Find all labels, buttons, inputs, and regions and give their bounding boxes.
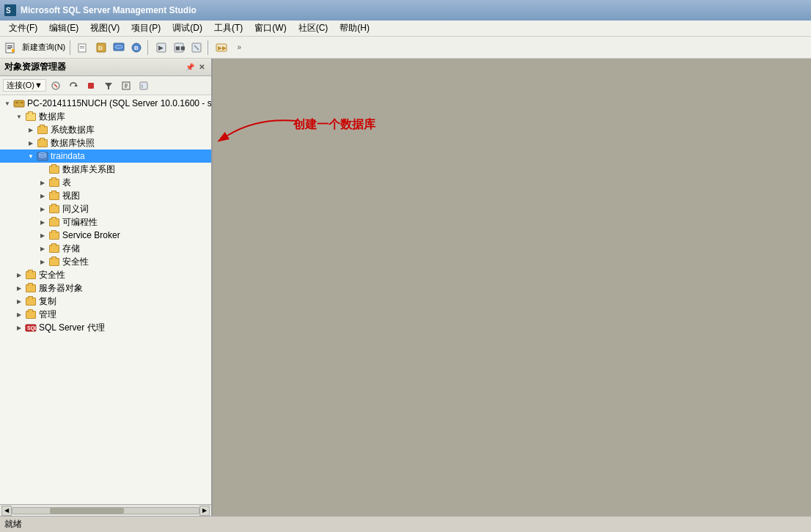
annotation-text: 创建一个数据库 bbox=[293, 117, 375, 133]
system-dbs-expander[interactable] bbox=[25, 124, 37, 136]
toolbar-btn-2[interactable]: D bbox=[93, 40, 109, 56]
databases-label: 数据库 bbox=[39, 111, 65, 123]
views-icon bbox=[48, 190, 60, 202]
menu-file[interactable]: 文件(F) bbox=[3, 21, 43, 36]
toolbar-btn-5[interactable]: ▶ bbox=[153, 40, 169, 56]
menu-help[interactable]: 帮助(H) bbox=[334, 21, 375, 36]
tree-item-traindata[interactable]: traindata bbox=[0, 149, 211, 163]
server-objects-expander[interactable] bbox=[13, 282, 25, 294]
menu-project[interactable]: 项目(P) bbox=[125, 21, 166, 36]
tree-item-db-diagrams[interactable]: 数据库关系图 bbox=[0, 163, 211, 176]
disconnect-button[interactable] bbox=[48, 78, 64, 94]
main-toolbar: 新建查询(N) D B ▶ ◼◼ bbox=[0, 37, 811, 59]
prog-icon bbox=[48, 216, 60, 228]
connect-button[interactable]: 连接(O)▼ bbox=[3, 79, 46, 92]
panel-toolbar: 连接(O)▼ bbox=[0, 76, 211, 95]
svg-rect-4 bbox=[7, 47, 12, 48]
stop-button[interactable] bbox=[83, 78, 99, 94]
toolbar-btn-6[interactable]: ◼◼ bbox=[171, 40, 187, 56]
summary-button[interactable] bbox=[118, 78, 134, 94]
tables-expander[interactable] bbox=[37, 177, 48, 188]
security-expander[interactable] bbox=[13, 269, 25, 281]
toolbar-btn-3[interactable] bbox=[111, 40, 127, 56]
svg-text:▶: ▶ bbox=[158, 44, 164, 51]
sql-agent-expander[interactable] bbox=[13, 322, 25, 333]
tree-item-databases[interactable]: 数据库 bbox=[0, 110, 211, 123]
filter-button[interactable] bbox=[100, 78, 117, 94]
management-expander[interactable] bbox=[13, 309, 25, 320]
system-dbs-icon bbox=[37, 124, 48, 136]
close-panel-button[interactable]: ✕ bbox=[197, 62, 207, 73]
menu-edit[interactable]: 编辑(E) bbox=[43, 21, 84, 36]
scrollbar-track[interactable] bbox=[12, 507, 199, 514]
menu-community[interactable]: 社区(C) bbox=[293, 21, 334, 36]
scroll-right[interactable]: ▶ bbox=[199, 506, 210, 516]
toolbar-btn-4[interactable]: B bbox=[128, 40, 144, 56]
menu-debug[interactable]: 调试(D) bbox=[166, 21, 208, 36]
menu-view[interactable]: 视图(V) bbox=[84, 21, 125, 36]
synonyms-expander[interactable] bbox=[37, 203, 48, 215]
broker-expander[interactable] bbox=[37, 229, 48, 241]
databases-expander[interactable] bbox=[13, 111, 25, 122]
scroll-left[interactable]: ◀ bbox=[1, 506, 12, 516]
refresh-button[interactable] bbox=[65, 78, 81, 94]
app-title: Microsoft SQL Server Management Studio bbox=[21, 5, 197, 15]
toolbar-chevron[interactable]: » bbox=[231, 40, 247, 56]
server-expander[interactable] bbox=[1, 97, 13, 109]
tree-item-db-snapshots[interactable]: 数据库快照 bbox=[0, 136, 211, 149]
svg-text:D: D bbox=[98, 45, 103, 51]
tree-item-programmability[interactable]: 可编程性 bbox=[0, 215, 211, 229]
prog-expander[interactable] bbox=[37, 216, 48, 228]
toolbar-separator-3 bbox=[208, 40, 210, 55]
security-icon bbox=[25, 269, 37, 281]
toolbar-btn-8[interactable]: ▶▶ bbox=[213, 40, 230, 56]
svg-rect-9 bbox=[80, 48, 84, 48]
tree-item-storage[interactable]: 存储 bbox=[0, 242, 211, 255]
storage-expander[interactable] bbox=[37, 243, 48, 254]
properties-button[interactable]: i bbox=[136, 78, 152, 94]
svg-rect-27 bbox=[88, 83, 94, 89]
annotation-arrow-svg bbox=[213, 110, 301, 154]
svg-rect-3 bbox=[7, 45, 12, 46]
traindata-icon bbox=[37, 150, 48, 162]
toolbar-btn-7[interactable] bbox=[188, 40, 205, 56]
panel-header-buttons: 📌 ✕ bbox=[185, 62, 207, 73]
server-objects-icon bbox=[25, 282, 37, 294]
pin-button[interactable]: 📌 bbox=[185, 62, 195, 73]
toolbar-btn-1[interactable] bbox=[76, 40, 92, 56]
status-bar: 就绪 bbox=[0, 516, 811, 532]
security-db-expander[interactable] bbox=[37, 256, 48, 267]
tree-item-sql-agent[interactable]: SQL SQL Server 代理 bbox=[0, 321, 211, 334]
security-label: 安全性 bbox=[39, 269, 65, 281]
tree-item-service-broker[interactable]: Service Broker bbox=[0, 229, 211, 242]
svg-marker-28 bbox=[105, 83, 112, 89]
views-expander[interactable] bbox=[37, 190, 48, 202]
tree-item-security[interactable]: 安全性 bbox=[0, 268, 211, 281]
traindata-expander[interactable] bbox=[25, 150, 37, 162]
sql-agent-label: SQL Server 代理 bbox=[39, 322, 105, 334]
tree-item-security-db[interactable]: 安全性 bbox=[0, 255, 211, 268]
tree-item-views[interactable]: 视图 bbox=[0, 189, 211, 202]
new-query-button[interactable] bbox=[3, 40, 19, 56]
replication-expander[interactable] bbox=[13, 295, 25, 307]
tree-item-replication[interactable]: 复制 bbox=[0, 295, 211, 308]
new-query-label[interactable]: 新建查询(N) bbox=[21, 42, 67, 53]
snapshots-icon bbox=[37, 137, 48, 149]
server-node[interactable]: PC-20141115NUCH (SQL Server 10.0.1600 - … bbox=[0, 97, 211, 110]
svg-line-25 bbox=[54, 84, 57, 87]
menu-window[interactable]: 窗口(W) bbox=[249, 21, 292, 36]
tree-item-tables[interactable]: 表 bbox=[0, 176, 211, 189]
security-db-label: 安全性 bbox=[62, 256, 89, 268]
tree-item-synonyms[interactable]: 同义词 bbox=[0, 202, 211, 215]
tree-item-system-dbs[interactable]: 系统数据库 bbox=[0, 123, 211, 136]
h-scrollbar[interactable]: ◀ ▶ bbox=[0, 504, 211, 516]
tree-item-server-objects[interactable]: 服务器对象 bbox=[0, 281, 211, 295]
prog-label: 可编程性 bbox=[62, 216, 98, 229]
server-icon bbox=[13, 97, 25, 109]
tree-item-management[interactable]: 管理 bbox=[0, 308, 211, 321]
snapshots-expander[interactable] bbox=[25, 137, 37, 149]
app-icon: S bbox=[4, 4, 16, 16]
scrollbar-thumb[interactable] bbox=[50, 508, 125, 514]
menu-tools[interactable]: 工具(T) bbox=[208, 21, 249, 36]
sql-agent-icon: SQL bbox=[25, 322, 37, 333]
